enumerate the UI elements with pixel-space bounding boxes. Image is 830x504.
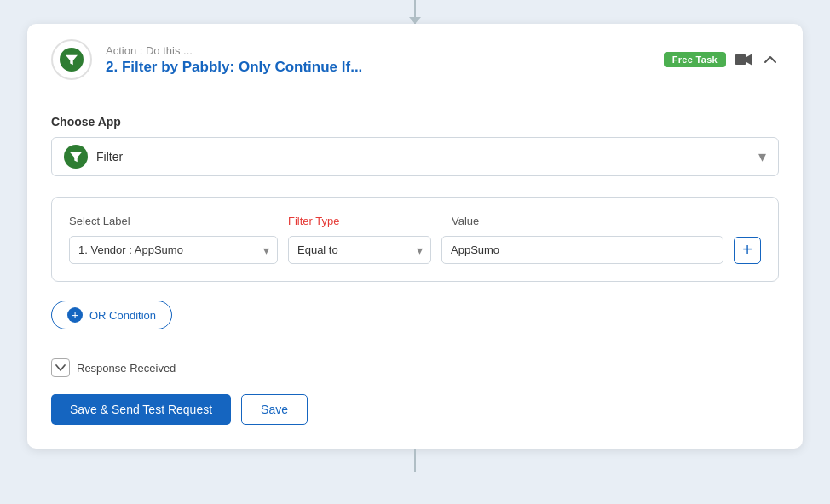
card-header: Action : Do this ... 2. Filter by Pabbly… xyxy=(27,24,803,94)
action-label: Action : Do this ... xyxy=(106,44,664,57)
action-card: Action : Do this ... 2. Filter by Pabbly… xyxy=(27,24,803,449)
title-main: Filter by Pabbly: xyxy=(122,59,234,75)
header-right: Free Task xyxy=(664,51,779,68)
select-label-wrap: 1. Vendor : AppSumo ▾ xyxy=(69,236,278,264)
app-select-text: Filter xyxy=(96,150,758,163)
connector-top-arrow xyxy=(414,0,416,24)
or-condition-label: OR Condition xyxy=(89,309,156,322)
filter-box: Select Label Filter Type Value 1. Vendor… xyxy=(51,197,779,282)
response-received-row: Response Received xyxy=(51,358,779,377)
chevron-up-icon[interactable] xyxy=(762,51,779,68)
response-toggle-icon[interactable] xyxy=(51,358,70,377)
app-select-arrow-icon: ▾ xyxy=(758,147,766,166)
filter-value-input[interactable] xyxy=(441,236,723,264)
filter-column-labels: Select Label Filter Type Value xyxy=(69,215,761,227)
title-sub: Only Continue If... xyxy=(239,59,362,75)
or-plus-icon: + xyxy=(67,307,83,323)
col-select-label: Select Label xyxy=(69,215,278,227)
video-icon[interactable] xyxy=(735,53,753,66)
save-send-test-button[interactable]: Save & Send Test Request xyxy=(51,394,231,425)
free-task-badge: Free Task xyxy=(664,52,726,67)
save-button[interactable]: Save xyxy=(241,394,308,425)
card-body: Choose App Filter ▾ Select Label Filter … xyxy=(27,94,803,425)
step-number: 2. xyxy=(106,59,118,75)
header-text: Action : Do this ... 2. Filter by Pabbly… xyxy=(106,44,664,76)
app-selector[interactable]: Filter ▾ xyxy=(51,137,779,176)
filter-app-icon xyxy=(51,39,92,80)
svg-marker-2 xyxy=(746,54,752,66)
filter-type-dropdown[interactable]: Equal to Not Equal to Contains Does not … xyxy=(288,236,431,264)
col-value-label: Value xyxy=(452,215,761,227)
connector-bottom xyxy=(414,449,416,472)
action-buttons-row: Save & Send Test Request Save xyxy=(51,394,779,425)
response-received-label: Response Received xyxy=(77,362,176,375)
select-label-dropdown[interactable]: 1. Vendor : AppSumo xyxy=(69,236,278,264)
col-type-label: Filter Type xyxy=(288,215,441,227)
svg-rect-1 xyxy=(735,54,746,65)
step-title: 2. Filter by Pabbly: Only Continue If... xyxy=(106,59,664,76)
or-condition-button[interactable]: + OR Condition xyxy=(51,301,172,329)
filter-type-wrap: Equal to Not Equal to Contains Does not … xyxy=(288,236,431,264)
choose-app-label: Choose App xyxy=(51,115,779,129)
filter-inputs-row: 1. Vendor : AppSumo ▾ Equal to Not Equal… xyxy=(69,236,761,264)
filter-add-button[interactable]: + xyxy=(734,237,761,264)
